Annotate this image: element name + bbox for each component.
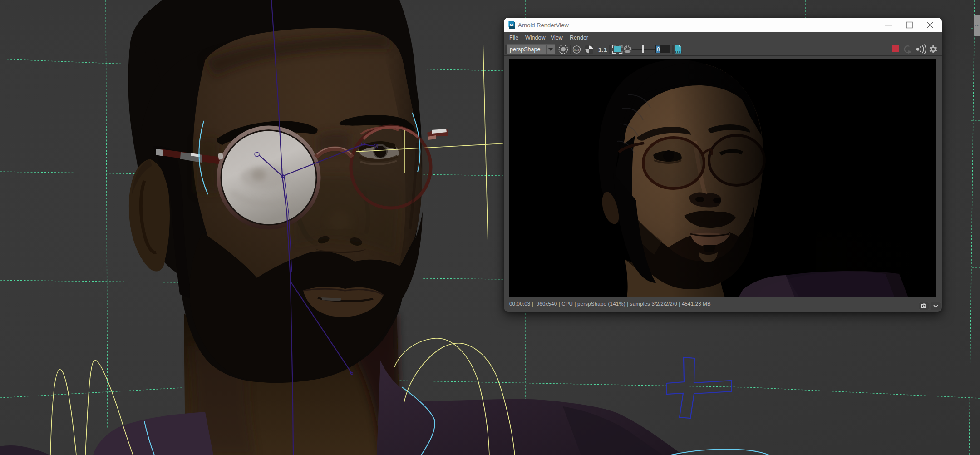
- svg-text:RGB: RGB: [574, 49, 580, 51]
- svg-text:perspShape: perspShape: [510, 46, 540, 53]
- svg-text:0: 0: [657, 46, 660, 53]
- svg-text:1:1: 1:1: [598, 46, 607, 53]
- svg-text:LOG: LOG: [675, 50, 683, 54]
- svg-text:M: M: [510, 23, 513, 27]
